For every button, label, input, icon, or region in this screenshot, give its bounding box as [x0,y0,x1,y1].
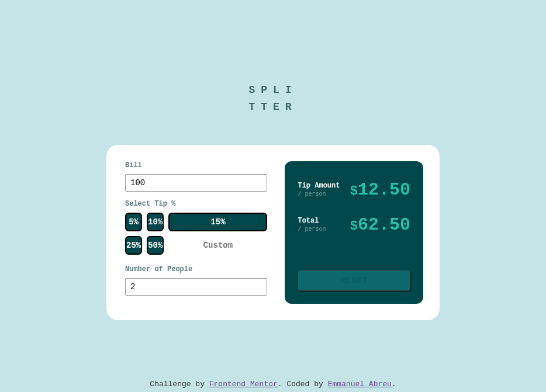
attribution-suffix: . [392,380,396,388]
total-sublabel: / person [298,226,326,233]
people-label: Number of People [125,265,267,273]
dollar-icon: $ [350,219,358,234]
tip-amount-row: Tip Amount / person $12.50 [298,180,410,200]
bill-input[interactable] [125,174,267,192]
tip-5-button[interactable]: 5% [125,213,142,231]
tip-amount-value: $12.50 [350,180,410,200]
tip-label: Select Tip % [125,200,267,208]
total-labels: Total / person [298,217,326,233]
tip-amount-label: Tip Amount [298,182,340,190]
total-row: Total / person $62.50 [298,215,410,235]
attribution-prefix: Challenge by [150,380,209,388]
people-input[interactable] [125,278,267,296]
reset-button[interactable]: RESET [298,270,410,291]
author-link[interactable]: Emmanuel Abreu [328,380,392,388]
logo-line-1: SPLI [248,82,297,99]
app-logo: SPLI TTER [248,82,297,116]
tip-custom-input[interactable] [168,236,267,255]
frontend-mentor-link[interactable]: Frontend Mentor [209,380,278,388]
attribution: Challenge by Frontend Mentor. Coded by E… [0,379,546,388]
result-panel: Tip Amount / person $12.50 Total / perso… [285,161,423,304]
total-label: Total [298,217,326,225]
tip-15-button[interactable]: 15% [168,213,267,231]
tip-25-button[interactable]: 25% [125,236,142,255]
input-panel: Bill Select Tip % 5% 10% 15% 25% 50% Num… [123,161,267,304]
tip-amount-sublabel: / person [298,191,340,197]
attribution-mid: . Coded by [278,380,328,388]
calculator-card: Bill Select Tip % 5% 10% 15% 25% 50% Num… [106,145,440,320]
tip-10-button[interactable]: 10% [147,213,164,231]
tip-grid: 5% 10% 15% 25% 50% [125,213,267,255]
dollar-icon: $ [350,184,358,199]
tip-amount-labels: Tip Amount / person [298,182,340,197]
bill-label: Bill [125,161,267,169]
tip-50-button[interactable]: 50% [147,236,164,255]
logo-line-2: TTER [248,99,297,116]
total-value: $62.50 [350,215,410,235]
